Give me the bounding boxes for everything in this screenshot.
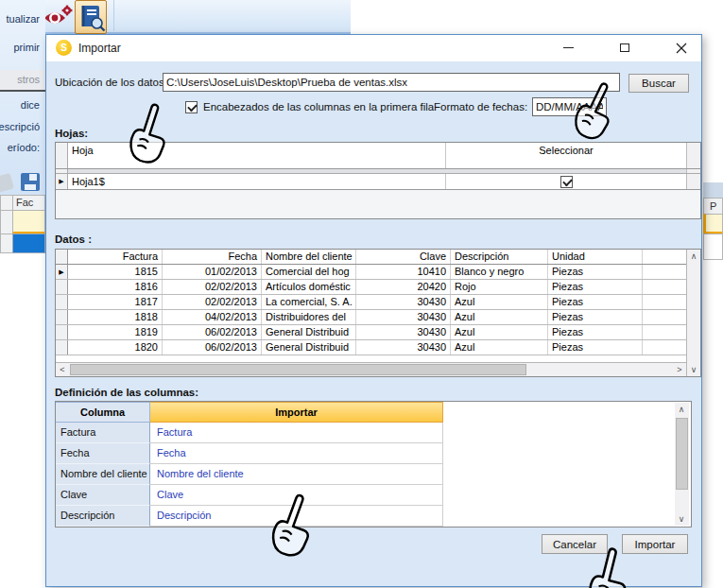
bg-grid-rowheader [0,210,13,234]
import-tool-button[interactable] [75,0,107,34]
menu-item-periodo[interactable]: eríodo: [8,142,40,153]
sheets-scroll-track [686,143,700,168]
bg-grid-cell [703,233,723,260]
scroll-up-icon[interactable]: ∧ [675,403,688,416]
data-vertical-scrollbar[interactable]: ∧ ∨ [686,250,700,376]
definition-row: Descripción Descripción [56,506,443,527]
data-horizontal-scrollbar[interactable]: < > [56,362,686,376]
bg-grid-header-p: P [703,198,723,215]
date-format-label: Formato de fechas: [434,101,527,112]
scroll-down-icon[interactable]: ∨ [687,363,700,376]
menu-item-indice[interactable]: dice [21,99,40,111]
maximize-icon [620,43,629,52]
headers-checkbox[interactable] [185,101,198,113]
col-fecha[interactable]: Fecha [163,250,262,264]
definition-header-row: Columna Importar [56,402,443,423]
menu-item-actualizar[interactable]: tualizar [7,13,40,25]
book-magnifier-icon [77,2,107,34]
minimize-button[interactable] [553,38,583,58]
col-unidad[interactable]: Unidad [548,250,643,264]
data-header-row: Factura Fecha Nombre del cliente Clave D… [56,250,700,265]
definition-vertical-scrollbar[interactable]: ∧ ∨ [675,403,689,526]
preview-eye-button[interactable] [43,3,73,31]
toolbar-separator [113,0,114,31]
sheet-name: Hoja1$ [68,174,446,189]
data-section-label: Datos : [55,233,92,245]
eye-gear-icon [43,3,73,31]
col-descripcion[interactable]: Descripción [451,250,548,264]
bg-grid-highlight-cell [703,214,723,234]
mapping-value[interactable]: Factura [150,423,443,443]
sheet-row[interactable]: ▶ Hoja1$ [56,174,700,190]
scroll-right-icon[interactable]: > [673,363,686,376]
close-button[interactable] [666,38,697,58]
bg-grid-selected-cell [12,233,45,253]
menu-group-label: stros [17,74,40,85]
scroll-left-icon[interactable]: < [56,363,69,376]
data-row[interactable]: ▶ 1815 01/02/2013 Comercial del hog 1041… [56,265,700,280]
col-factura[interactable]: Factura [68,250,163,264]
maximize-button[interactable] [610,38,640,58]
data-row[interactable]: 1819 06/02/2013 General Distribuid 30430… [56,325,700,340]
col-nombre[interactable]: Nombre del cliente [262,250,356,264]
data-row[interactable]: 1817 02/02/2013 La comercial, S. A. 3043… [56,295,700,310]
definition-row: Factura Factura [56,423,443,443]
menu-item-descripcion[interactable]: escripció [0,121,40,132]
screen: tualizar primir stros dice escripció erí… [0,0,723,588]
location-input[interactable] [163,73,620,92]
scrollbar-thumb[interactable] [70,364,526,375]
browse-button[interactable]: Buscar [628,74,689,93]
scroll-up-icon[interactable]: ∧ [687,250,700,263]
data-table: Factura Fecha Nombre del cliente Clave D… [55,249,701,377]
mapping-value[interactable]: Nombre del cliente [150,464,443,485]
data-row[interactable]: 1818 04/02/2013 Distribuidores del 30430… [56,310,700,325]
definition-row: Clave Clave [56,485,443,506]
bg-grid-highlight-cell [12,210,45,234]
save-floppy-icon[interactable] [21,173,40,191]
minimize-icon [563,47,574,48]
definition-row: Nombre del cliente Nombre del cliente [56,464,443,485]
definition-section-label: Definición de las columnas: [55,387,198,398]
bg-grid-rowheader [0,233,13,253]
scrollbar-thumb[interactable] [676,418,688,490]
background-left-menu: tualizar primir stros dice escripció erí… [0,0,45,196]
data-row[interactable]: 1820 06/02/2013 General Distribuid 30430… [56,340,700,355]
menu-item-imprimir[interactable]: primir [14,42,41,53]
stamp-icon[interactable] [0,173,14,193]
col-columna: Columna [56,402,150,423]
bg-right-strip [703,182,723,199]
sheet-select-checkbox[interactable] [560,176,573,188]
close-icon [676,43,687,54]
bg-grid-header-factura: Fac [12,195,45,211]
row-indicator-header [56,143,68,168]
app-s-icon: S [56,40,72,56]
col-clave[interactable]: Clave [356,250,451,264]
sheets-col-seleccionar[interactable]: Seleccionar [446,143,686,168]
current-row-arrow-icon: ▶ [56,265,68,279]
column-definition-panel: Columna Importar Factura Factura Fecha F… [55,401,692,527]
definition-row: Fecha Fecha [56,443,443,464]
dialog-title: Importar [78,42,121,55]
current-row-arrow-icon: ▶ [56,174,68,189]
menu-group-registros: stros [0,70,45,92]
bg-grid-corner [0,195,13,211]
sheets-section-label: Hojas: [55,128,88,139]
headers-checkbox-label: Encabezados de las columnas en la primer… [203,101,434,112]
col-importar: Importar [150,402,443,423]
mapping-value[interactable]: Fecha [150,443,443,464]
scroll-down-icon[interactable]: ∨ [675,512,688,526]
data-row[interactable]: 1816 02/02/2013 Artículos doméstic 20420… [56,280,700,295]
location-label: Ubicación de los datos: [55,77,167,88]
dialog-titlebar[interactable]: S Importar [46,35,701,61]
